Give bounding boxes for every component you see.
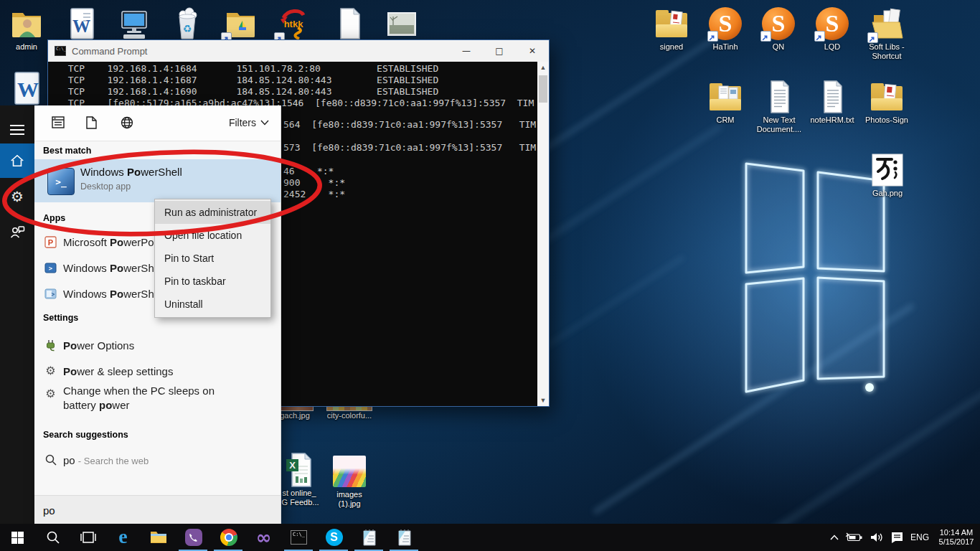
desktop-icon-gah-png[interactable]: Gah.png (861, 152, 914, 198)
desktop-icon-hatinh-shortcut[interactable]: S HaTinh (699, 6, 752, 52)
desktop-icon-this-pc[interactable] (108, 6, 161, 42)
folder-pdf-icon (654, 6, 689, 42)
recycle-bin-icon: ♻ (169, 6, 205, 42)
chrome-button[interactable] (211, 524, 246, 551)
console-line: 564 [fe80::d839:71c0:aa1:997f%13]:5357 T… (283, 119, 536, 130)
documents-filter-icon[interactable] (86, 116, 97, 132)
scroll-down-icon[interactable]: ▼ (537, 395, 549, 406)
desktop-icon-recycle-bin[interactable]: ♻ (161, 6, 214, 42)
console-line: 2452 *:* (283, 189, 345, 199)
tray-chevron-up-icon[interactable] (829, 534, 839, 541)
word-file-icon: W (9, 70, 44, 106)
console-line: 573 [fe80::d839:71c0:aa1:997f%13]:5357 T… (283, 142, 536, 153)
svg-text:>: > (52, 291, 55, 298)
text-file-icon (814, 79, 850, 115)
maximize-button[interactable]: □ (483, 40, 516, 62)
desktop-icon-admin-folder[interactable]: admin (0, 6, 53, 52)
desktop-icon-word-file-partial[interactable]: W (0, 70, 53, 106)
desktop-icon-new-text-document[interactable]: New Text Document.... (753, 79, 806, 134)
file-explorer-button[interactable] (141, 524, 176, 551)
desktop-icon-google-drive-folder[interactable] (214, 6, 267, 42)
desktop-icon-photos-sign-folder[interactable]: Photos-Sign (860, 79, 913, 125)
gear-icon: ⚙ (44, 365, 57, 377)
home-tab-icon[interactable] (0, 143, 34, 178)
desktop-icon-qn-shortcut[interactable]: S QN (752, 6, 805, 52)
edge-button[interactable]: e (105, 524, 141, 551)
desktop-icon-crm-folder[interactable]: CRM (699, 79, 752, 125)
svg-text:>: > (49, 265, 53, 272)
powershell-icon: > (44, 262, 57, 274)
chrome-icon (220, 529, 237, 546)
settings-gear-icon[interactable]: ⚙ (0, 179, 34, 214)
feedback-icon[interactable] (0, 215, 34, 249)
svg-text:♻: ♻ (183, 23, 192, 34)
setting-result-power-options[interactable]: Power Options (34, 332, 281, 358)
scrollbar[interactable]: ▲ ▼ (537, 62, 549, 406)
action-center-icon[interactable] (890, 532, 904, 544)
desktop-icon-signed-folder[interactable]: signed (645, 6, 698, 52)
image-glyph-icon (870, 152, 905, 188)
scroll-up-icon[interactable]: ▲ (537, 62, 549, 73)
desktop-icon-notehrm-txt[interactable]: noteHRM.txt (806, 79, 859, 125)
visual-studio-button[interactable]: ∞ (246, 524, 281, 551)
skype-button[interactable]: S (316, 524, 352, 551)
desktop-icon-soft-libs-shortcut[interactable]: Soft Libs - Shortcut (860, 6, 913, 61)
setting-result-power-sleep[interactable]: ⚙ Power & sleep settings (34, 358, 281, 384)
viber-button[interactable] (176, 524, 211, 551)
skype-icon: S (326, 529, 343, 546)
search-suggestion-web[interactable]: po - Search the web (34, 447, 281, 473)
task-view-button[interactable] (70, 524, 105, 551)
desktop-icon-images-1-jpg[interactable]: images(1).jpg (327, 453, 372, 509)
console-line: TCP 192.168.1.4:1690 184.85.124.80:443 E… (57, 86, 537, 98)
language-indicator[interactable]: ENG (910, 532, 929, 542)
desktop-icon-label: admin (16, 42, 37, 52)
desktop-icon-lqd-shortcut[interactable]: S LQD (806, 6, 859, 52)
setting-result-pc-sleep-battery[interactable]: ⚙ Change when the PC sleeps on battery p… (34, 384, 281, 424)
svg-text:P: P (48, 238, 53, 247)
document-icon (331, 6, 367, 42)
taskbar-cmd-button[interactable]: C:\_ (281, 524, 316, 551)
apps-filter-icon[interactable] (52, 116, 65, 131)
power-plug-icon (44, 339, 57, 352)
notepad-button[interactable] (352, 524, 387, 551)
computer-icon (116, 6, 152, 42)
cmd-titlebar[interactable]: C:\_ Command Prompt — □ ✕ (48, 40, 549, 62)
minimize-button[interactable]: — (450, 40, 483, 62)
system-tray: ENG 10:14 AM 5/15/2017 (829, 524, 977, 551)
desktop-icon-htkk-shortcut[interactable]: htkk (267, 6, 320, 42)
apps-header: Apps (43, 213, 65, 223)
filters-dropdown[interactable]: Filters (229, 117, 269, 128)
menu-item-uninstall[interactable]: Uninstall (155, 293, 270, 316)
excel-file-icon: X (281, 452, 317, 488)
close-button[interactable]: ✕ (516, 40, 549, 62)
best-match-header: Best match (43, 146, 91, 156)
svg-text:W: W (17, 77, 39, 101)
taskbar-search-button[interactable] (35, 524, 70, 551)
notepad-icon (397, 529, 413, 546)
folder-documents-icon (707, 79, 743, 115)
taskbar-clock[interactable]: 10:14 AM 5/15/2017 (936, 528, 977, 547)
hamburger-menu-icon[interactable] (0, 113, 34, 147)
notepad-2-button[interactable] (387, 524, 422, 551)
best-match-result[interactable]: >_ Windows PowerShell Desktop app (34, 159, 281, 202)
start-button[interactable] (0, 524, 35, 551)
gear-icon: ⚙ (44, 387, 57, 400)
desktop-icon-word-document[interactable]: W (55, 6, 108, 42)
desktop-icon-blank-document[interactable] (323, 6, 376, 42)
volume-icon[interactable] (870, 532, 884, 543)
photo-thumbnail-icon (384, 6, 420, 42)
menu-item-open-file-location[interactable]: Open file location (155, 224, 270, 247)
scrollbar-thumb[interactable] (539, 75, 547, 103)
web-filter-icon[interactable] (121, 116, 133, 132)
open-folder-icon (869, 6, 905, 42)
photo-thumbnail-icon (331, 453, 367, 489)
result-subtitle: Desktop app (80, 182, 182, 192)
menu-item-pin-to-start[interactable]: Pin to Start (155, 247, 270, 270)
desktop-icon-photo-file[interactable] (375, 6, 428, 42)
desktop-icon-excel-feedback-file[interactable]: X st online_IG Feedb... (277, 452, 321, 507)
console-line: TCP 192.168.1.4:1687 184.85.124.80:443 E… (57, 75, 537, 86)
menu-item-run-as-administrator[interactable]: Run as administrator (155, 201, 270, 224)
menu-item-pin-to-taskbar[interactable]: Pin to taskbar (155, 270, 270, 293)
search-input[interactable]: po (34, 495, 281, 524)
battery-charging-icon[interactable] (846, 532, 863, 542)
